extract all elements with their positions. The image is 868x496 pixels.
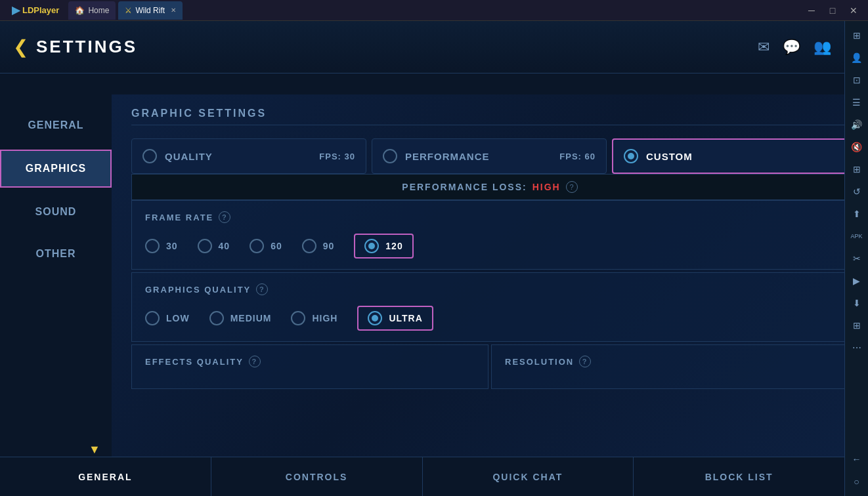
resolution-title: RESOLUTION ? bbox=[505, 356, 835, 367]
sidebar-back-icon[interactable]: ← bbox=[848, 450, 866, 468]
performance-label: PERFORMANCE bbox=[405, 151, 490, 162]
app-name: ▶ LDPlayer bbox=[5, 4, 66, 16]
tab-wildrift[interactable]: ⚔ Wild Rift ✕ bbox=[118, 1, 183, 20]
sidebar-resize-icon[interactable]: ⊞ bbox=[848, 160, 866, 178]
frame-rate-title: FRAME RATE ? bbox=[145, 211, 835, 223]
fps-90-label: 90 bbox=[323, 241, 335, 251]
frame-rate-options: 30 40 60 90 120 bbox=[145, 234, 835, 258]
graphics-quality-title: GRAPHICS QUALITY ? bbox=[145, 283, 835, 295]
sidebar-menu-icon[interactable]: ☰ bbox=[848, 93, 866, 112]
fps-90-radio bbox=[302, 239, 316, 253]
quality-low-radio bbox=[145, 311, 160, 325]
sidebar-gamepad-icon[interactable]: ⊞ bbox=[848, 26, 866, 45]
quality-high-option[interactable]: HIGH bbox=[291, 311, 337, 325]
nav-general[interactable]: GENERAL bbox=[0, 108, 112, 143]
nav-sound[interactable]: SOUND bbox=[0, 194, 112, 230]
sidebar-mute-icon[interactable]: 🔇 bbox=[848, 138, 866, 156]
sidebar-expand-icon[interactable]: ⊡ bbox=[848, 71, 866, 89]
quality-high-label: HIGH bbox=[312, 313, 337, 323]
graphics-quality-help-icon[interactable]: ? bbox=[256, 283, 268, 295]
minimize-button[interactable]: ─ bbox=[802, 3, 821, 18]
wildrift-icon: ⚔ bbox=[125, 6, 132, 15]
performance-radio bbox=[383, 149, 397, 163]
bottom-nav-general[interactable]: GENERAL bbox=[0, 457, 211, 496]
fps-120-label: 120 bbox=[385, 241, 402, 251]
frame-rate-section: FRAME RATE ? 30 40 60 90 bbox=[131, 200, 848, 270]
custom-radio bbox=[624, 149, 638, 163]
bottom-nav-block-list-label: BLOCK LIST bbox=[705, 472, 773, 482]
header: ❮ SETTINGS ✉ 💬 👥 bbox=[0, 21, 844, 73]
nav-other[interactable]: OTHER bbox=[0, 236, 112, 272]
bottom-nav-controls[interactable]: CONTROLS bbox=[211, 457, 423, 496]
sidebar-cut-icon[interactable]: ✂ bbox=[848, 249, 866, 268]
performance-preset-button[interactable]: PERFORMANCE FPS: 60 bbox=[372, 138, 607, 174]
frame-rate-help-icon[interactable]: ? bbox=[219, 211, 230, 223]
bottom-nav-quick-chat[interactable]: QUICK CHAT bbox=[423, 457, 634, 496]
bottom-row: EFFECTS QUALITY ? RESOLUTION ? bbox=[131, 344, 848, 392]
performance-loss-label: PERFORMANCE LOSS: bbox=[402, 182, 527, 192]
titlebar-left: ▶ LDPlayer 🏠 Home ⚔ Wild Rift ✕ bbox=[5, 1, 802, 20]
quality-low-option[interactable]: LOW bbox=[145, 311, 190, 325]
quality-ultra-label: ULTRA bbox=[389, 313, 422, 323]
quality-preset-button[interactable]: QUALITY FPS: 30 bbox=[131, 138, 366, 174]
quality-fps: FPS: 30 bbox=[319, 152, 355, 161]
fps-120-option[interactable]: 120 bbox=[354, 234, 413, 258]
sidebar-home-icon[interactable]: ○ bbox=[848, 472, 866, 491]
quality-medium-option[interactable]: MEDIUM bbox=[209, 311, 272, 325]
app-title-text: LDPlayer bbox=[22, 5, 59, 15]
fps-90-option[interactable]: 90 bbox=[302, 239, 335, 253]
settings-panel: GRAPHIC SETTINGS QUALITY FPS: 30 PERFORM… bbox=[112, 94, 868, 457]
bottom-nav-block-list[interactable]: BLOCK LIST bbox=[634, 457, 844, 496]
fps-120-radio bbox=[364, 239, 379, 253]
fps-40-option[interactable]: 40 bbox=[198, 239, 230, 253]
maximize-button[interactable]: □ bbox=[823, 3, 842, 18]
section-title: GRAPHIC SETTINGS bbox=[131, 108, 848, 125]
bottom-nav-general-label: GENERAL bbox=[78, 472, 132, 482]
page-title: SETTINGS bbox=[36, 37, 137, 57]
tab-home[interactable]: 🏠 Home bbox=[68, 1, 116, 20]
graphics-quality-section: GRAPHICS QUALITY ? LOW MEDIUM HIGH bbox=[131, 272, 848, 342]
effects-quality-help-icon[interactable]: ? bbox=[249, 356, 261, 367]
left-nav: GENERAL GRAPHICS SOUND OTHER bbox=[0, 94, 112, 457]
sidebar-download-icon[interactable]: ⬇ bbox=[848, 294, 866, 312]
custom-label: CUSTOM bbox=[646, 151, 693, 162]
preset-row: QUALITY FPS: 30 PERFORMANCE FPS: 60 CUST… bbox=[131, 138, 848, 174]
sidebar-more-icon[interactable]: ⋯ bbox=[848, 339, 866, 357]
content-area: GENERAL GRAPHICS SOUND OTHER GRAPHIC SET… bbox=[0, 94, 868, 457]
quality-ultra-option[interactable]: ULTRA bbox=[357, 306, 433, 331]
sidebar-grid-icon[interactable]: ⊞ bbox=[848, 316, 866, 335]
resolution-help-icon[interactable]: ? bbox=[579, 356, 591, 367]
titlebar: ▶ LDPlayer 🏠 Home ⚔ Wild Rift ✕ ─ □ ✕ bbox=[0, 0, 868, 21]
sidebar-upload-icon[interactable]: ⬆ bbox=[848, 205, 866, 223]
fps-30-option[interactable]: 30 bbox=[145, 239, 178, 253]
performance-fps: FPS: 60 bbox=[559, 152, 596, 161]
quality-medium-radio bbox=[209, 311, 224, 325]
arrow-decoration: ▼ bbox=[89, 443, 100, 457]
fps-40-radio bbox=[198, 239, 212, 253]
sidebar-apk-icon[interactable]: APK bbox=[848, 227, 866, 245]
sidebar-refresh-icon[interactable]: ↺ bbox=[848, 182, 866, 201]
sidebar-volume-icon[interactable]: 🔊 bbox=[848, 115, 866, 134]
nav-graphics[interactable]: GRAPHICS bbox=[0, 150, 112, 188]
back-button[interactable]: ❮ bbox=[13, 36, 28, 58]
fps-60-option[interactable]: 60 bbox=[250, 239, 282, 253]
social-icon[interactable]: 👥 bbox=[814, 39, 831, 56]
fps-60-radio bbox=[250, 239, 264, 253]
sidebar-account-icon[interactable]: 👤 bbox=[848, 49, 866, 67]
fps-60-label: 60 bbox=[271, 241, 282, 251]
custom-preset-button[interactable]: CUSTOM bbox=[612, 138, 848, 174]
performance-loss-help-icon[interactable]: ? bbox=[566, 181, 578, 193]
quality-medium-label: MEDIUM bbox=[230, 313, 272, 323]
app-logo: ▶ bbox=[12, 4, 20, 16]
sidebar-play-icon[interactable]: ▶ bbox=[848, 272, 866, 290]
tab-wildrift-label: Wild Rift bbox=[135, 6, 165, 15]
chat-icon[interactable]: 💬 bbox=[783, 39, 800, 56]
effects-quality-section: EFFECTS QUALITY ? bbox=[131, 344, 488, 389]
quality-radio bbox=[142, 149, 157, 163]
close-button[interactable]: ✕ bbox=[844, 3, 863, 18]
tab-home-label: Home bbox=[88, 6, 109, 15]
message-icon[interactable]: ✉ bbox=[758, 39, 770, 56]
fps-30-label: 30 bbox=[166, 241, 178, 251]
quality-low-label: LOW bbox=[166, 313, 190, 323]
tab-close-button[interactable]: ✕ bbox=[171, 7, 176, 14]
